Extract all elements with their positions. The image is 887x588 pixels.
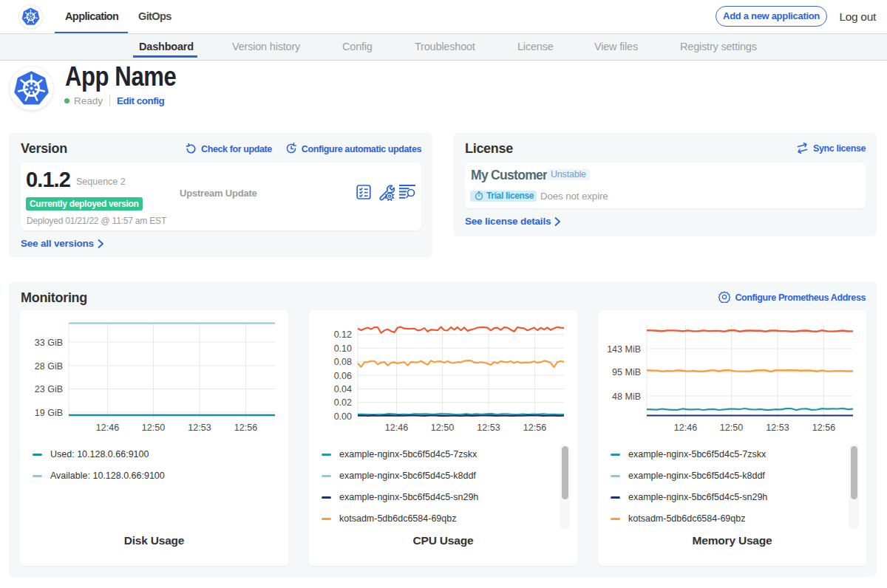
- svg-text:12:50: 12:50: [431, 423, 454, 433]
- svg-text:12:56: 12:56: [234, 423, 257, 433]
- svg-text:143 MiB: 143 MiB: [607, 344, 641, 355]
- svg-text:95 MiB: 95 MiB: [612, 367, 641, 377]
- svg-text:0.04: 0.04: [334, 384, 352, 394]
- svg-text:12:56: 12:56: [812, 423, 835, 433]
- svg-text:12:53: 12:53: [477, 423, 500, 433]
- svg-text:12:50: 12:50: [142, 423, 165, 433]
- svg-text:19 GiB: 19 GiB: [35, 408, 63, 418]
- svg-text:12:46: 12:46: [674, 423, 697, 433]
- svg-text:48 MiB: 48 MiB: [612, 392, 641, 402]
- svg-text:12:50: 12:50: [720, 423, 743, 433]
- svg-text:0.06: 0.06: [334, 371, 352, 381]
- svg-text:12:46: 12:46: [385, 423, 408, 433]
- svg-text:23 GiB: 23 GiB: [35, 384, 63, 394]
- svg-text:33 GiB: 33 GiB: [35, 338, 63, 348]
- svg-text:28 GiB: 28 GiB: [35, 361, 63, 372]
- svg-text:0.12: 0.12: [334, 329, 352, 340]
- svg-text:12:46: 12:46: [96, 423, 119, 433]
- svg-text:12:56: 12:56: [523, 423, 546, 433]
- svg-text:0.08: 0.08: [334, 357, 352, 367]
- svg-text:0.10: 0.10: [334, 343, 352, 354]
- svg-text:0.00: 0.00: [334, 411, 352, 422]
- svg-text:12:53: 12:53: [188, 423, 211, 433]
- svg-text:0.02: 0.02: [334, 397, 352, 408]
- svg-text:12:53: 12:53: [766, 423, 789, 433]
